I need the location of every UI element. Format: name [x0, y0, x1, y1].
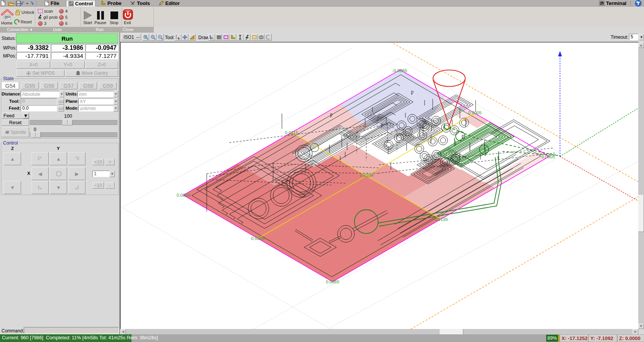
svg-text:0.0234: 0.0234: [360, 173, 374, 178]
svg-text:0.0364: 0.0364: [176, 193, 190, 197]
svg-text:-0.0065: -0.0065: [392, 68, 407, 73]
svg-text:0.0365: 0.0365: [326, 280, 339, 284]
svg-text:0.0355: 0.0355: [251, 236, 264, 241]
svg-text:0.0005: 0.0005: [468, 110, 481, 115]
svg-text:0.0115: 0.0115: [285, 130, 298, 135]
svg-text:0.0005: 0.0005: [541, 155, 555, 159]
svg-text:0.0135: 0.0135: [434, 217, 448, 222]
